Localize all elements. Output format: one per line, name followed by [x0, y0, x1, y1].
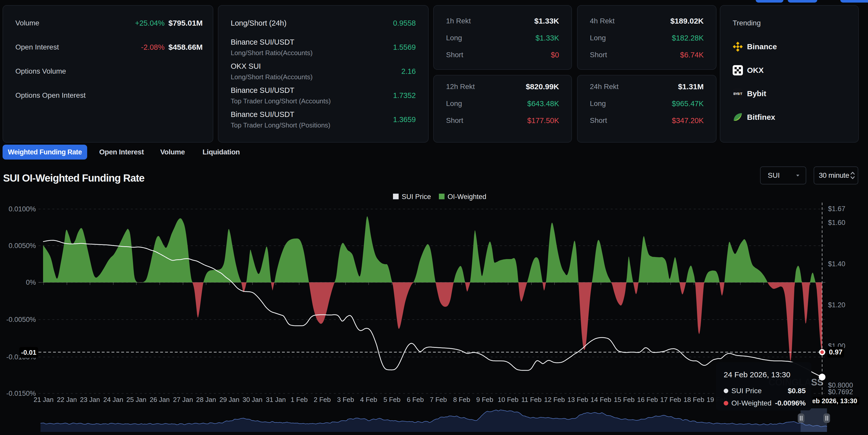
svg-text:24 Jan: 24 Jan [103, 396, 123, 403]
svg-text:0.0100%: 0.0100% [8, 205, 36, 213]
svg-text:3 Feb: 3 Feb [337, 396, 354, 403]
svg-text:6 Feb: 6 Feb [407, 396, 424, 403]
svg-text:23 Jan: 23 Jan [80, 396, 100, 403]
svg-text:27 Jan: 27 Jan [173, 396, 193, 403]
svg-text:0.0050%: 0.0050% [8, 242, 36, 250]
svg-text:5 Feb: 5 Feb [383, 396, 401, 403]
svg-text:22 Jan: 22 Jan [57, 396, 77, 403]
svg-text:$1.60: $1.60 [828, 219, 845, 227]
svg-text:0%: 0% [26, 279, 36, 286]
svg-text:18 Feb: 18 Feb [684, 396, 705, 403]
svg-text:-0.0050%: -0.0050% [6, 316, 36, 323]
svg-text:$1.40: $1.40 [828, 260, 845, 268]
svg-text:25 Jan: 25 Jan [126, 396, 146, 403]
svg-text:2 Feb: 2 Feb [314, 396, 331, 403]
svg-text:31 Jan: 31 Jan [266, 396, 286, 403]
svg-text:17 Feb: 17 Feb [660, 396, 681, 403]
svg-text:OI-Weighted: OI-Weighted [447, 193, 486, 201]
svg-text:15 Feb: 15 Feb [614, 396, 635, 403]
svg-text:30 Jan: 30 Jan [243, 396, 262, 403]
svg-text:11 Feb: 11 Feb [521, 396, 541, 403]
svg-text:26 Jan: 26 Jan [150, 396, 170, 403]
svg-text:BYB!T: BYB!T [734, 92, 742, 96]
svg-text:1 Feb: 1 Feb [291, 396, 308, 403]
svg-text:$1.67: $1.67 [828, 205, 845, 213]
svg-text:13 Feb: 13 Feb [567, 396, 588, 403]
svg-text:16 Feb: 16 Feb [637, 396, 658, 403]
svg-text:$1.20: $1.20 [828, 301, 845, 309]
svg-text:10 Feb: 10 Feb [498, 396, 519, 403]
svg-text:14 Feb: 14 Feb [591, 396, 611, 403]
svg-text:9 Feb: 9 Feb [476, 396, 494, 403]
svg-text:SUI Price: SUI Price [402, 193, 431, 201]
svg-text:7 Feb: 7 Feb [430, 396, 447, 403]
svg-text:$0.7692: $0.7692 [828, 388, 853, 396]
svg-text:-0.0150%: -0.0150% [6, 389, 36, 397]
svg-text:12 Feb: 12 Feb [544, 396, 565, 403]
svg-text:21 Jan: 21 Jan [34, 396, 54, 403]
svg-text:29 Jan: 29 Jan [219, 396, 240, 403]
svg-text:8 Feb: 8 Feb [453, 396, 470, 403]
svg-text:4 Feb: 4 Feb [360, 396, 377, 403]
svg-text:28 Jan: 28 Jan [196, 396, 216, 403]
